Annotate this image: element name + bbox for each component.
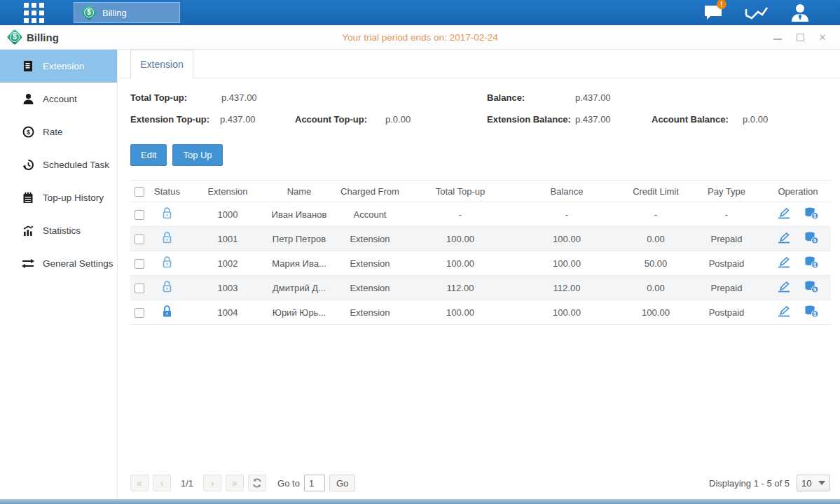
edit-row-icon[interactable] [777, 232, 791, 246]
total-topup-cell: 112.00 [411, 283, 510, 293]
account-icon [22, 93, 34, 106]
scheduled-task-icon [22, 159, 34, 172]
topup-row-icon[interactable]: $ [804, 304, 819, 320]
row-checkbox[interactable] [135, 284, 144, 293]
table-row[interactable]: 1003Дмитрий Д...Extension112.00112.000.0… [130, 276, 831, 300]
sidebar-item-label: Account [43, 94, 77, 104]
row-checkbox[interactable] [135, 259, 144, 269]
account-topup-value: p.0.00 [385, 114, 411, 125]
general-settings-icon [22, 258, 34, 270]
balance-cell: 100.00 [510, 258, 624, 269]
prev-page-button[interactable]: ‹ [153, 475, 171, 491]
sidebar-item-account[interactable]: Account [0, 83, 117, 115]
next-page-button[interactable]: › [203, 475, 221, 491]
credit-limit-cell: 0.00 [624, 283, 688, 293]
sidebar-item-scheduled-task[interactable]: Scheduled Task [0, 148, 117, 181]
total-topup-label: Total Top-up: [130, 92, 187, 103]
maximize-button[interactable] [794, 31, 806, 43]
extension-balance-label: Extension Balance: [487, 114, 571, 125]
column-header-total-top-up: Total Top-up [411, 186, 510, 197]
sidebar-item-top-up-history[interactable]: Top-up History [0, 181, 117, 214]
row-checkbox[interactable] [135, 234, 144, 244]
statistics-icon [22, 225, 34, 237]
credit-limit-cell: 0.00 [624, 234, 688, 244]
total-topup-cell: 100.00 [411, 258, 510, 269]
sidebar: ExtensionAccount$RateScheduled TaskTop-u… [0, 50, 118, 499]
column-header-balance: Balance [510, 186, 624, 197]
sidebar-item-general-settings[interactable]: General Settings [0, 247, 117, 280]
column-header-pay-type: Pay Type [688, 186, 765, 197]
balance-value: p.437.00 [575, 92, 611, 103]
status-cell [148, 231, 186, 246]
sidebar-item-statistics[interactable]: Statistics [0, 214, 117, 247]
tab-bar: Extension [118, 50, 840, 78]
balance-cell: - [510, 209, 624, 220]
topup-row-icon[interactable]: $ [804, 255, 819, 271]
last-page-button[interactable]: » [226, 475, 244, 491]
sidebar-item-label: Rate [43, 127, 63, 137]
sidebar-item-rate[interactable]: $Rate [0, 115, 117, 148]
edit-button[interactable]: Edit [130, 144, 167, 166]
total-topup-cell: 100.00 [411, 234, 510, 244]
table-row[interactable]: 1001Петр ПетровExtension100.00100.000.00… [130, 227, 831, 251]
topup-row-icon[interactable]: $ [804, 231, 819, 246]
column-header-extension: Extension [186, 186, 269, 197]
edit-row-icon[interactable] [777, 207, 791, 222]
tab-extension[interactable]: Extension [130, 50, 193, 78]
notification-badge: ! [717, 0, 727, 9]
lock-closed-icon [161, 309, 173, 320]
page-size-value: 10 [801, 478, 811, 489]
total-topup-cell: 100.00 [411, 307, 510, 318]
extension-topup-value: p.437.00 [220, 114, 256, 125]
page-size-select[interactable]: 10 [797, 475, 830, 491]
pay-type-cell: Postpaid [688, 307, 765, 318]
go-button[interactable]: Go [329, 475, 355, 491]
charged-from-cell: Account [329, 209, 411, 220]
table-row[interactable]: 1002Мария Ива...Extension100.00100.0050.… [130, 251, 831, 276]
topup-row-icon[interactable]: $ [804, 206, 819, 222]
sidebar-item-extension[interactable]: Extension [0, 50, 117, 83]
row-checkbox[interactable] [135, 308, 144, 318]
close-button[interactable]: ✕ [816, 31, 829, 43]
column-header-charged-from: Charged From [329, 186, 411, 197]
credit-limit-cell: 100.00 [624, 307, 688, 318]
extension-icon [22, 60, 34, 73]
balance-cell: 112.00 [510, 283, 624, 293]
goto-page-input[interactable] [304, 475, 325, 491]
extension-topup-label: Extension Top-up: [130, 114, 209, 125]
user-account-icon[interactable] [788, 4, 812, 22]
row-checkbox[interactable] [135, 210, 144, 220]
table-row[interactable]: 1000Иван ИвановAccount----$ [130, 202, 831, 227]
topup-button[interactable]: Top Up [172, 144, 222, 166]
main-panel: Extension Total Top-up: p.437.00 Balance… [118, 50, 840, 499]
charged-from-cell: Extension [329, 283, 411, 293]
column-header-operation: Operation [765, 186, 831, 197]
page-indicator: 1/1 [175, 478, 199, 489]
app-launcher-icon[interactable] [24, 3, 44, 23]
balance-cell: 100.00 [510, 307, 624, 318]
account-balance-label: Account Balance: [652, 114, 729, 125]
window-title: Billing [27, 31, 59, 43]
refresh-icon[interactable] [248, 475, 266, 491]
lock-open-icon [161, 211, 173, 222]
edit-row-icon[interactable] [777, 281, 791, 295]
select-all-checkbox[interactable] [135, 187, 144, 197]
edit-row-icon[interactable] [777, 256, 791, 271]
pay-type-cell: Prepaid [688, 283, 765, 293]
pay-type-cell: Postpaid [688, 258, 765, 269]
column-header-status: Status [148, 186, 186, 197]
table-row[interactable]: 1004Юрий Юрь...Extension100.00100.00100.… [130, 300, 831, 325]
notifications-icon[interactable]: ! [701, 4, 725, 22]
sidebar-item-label: Extension [43, 61, 84, 71]
chevron-down-icon [818, 481, 825, 485]
taskbar-item-billing[interactable]: $ Billing [74, 2, 180, 23]
billing-app-icon: $ [81, 5, 97, 20]
minimize-button[interactable] [771, 31, 784, 43]
first-page-button[interactable]: « [130, 475, 149, 491]
statistics-chart-icon[interactable] [745, 4, 769, 22]
edit-row-icon[interactable] [777, 305, 791, 320]
billing-window-icon: $ [7, 29, 22, 45]
topup-row-icon[interactable]: $ [804, 280, 819, 295]
total-topup-value: p.437.00 [221, 92, 257, 103]
topup-history-icon [22, 192, 34, 204]
